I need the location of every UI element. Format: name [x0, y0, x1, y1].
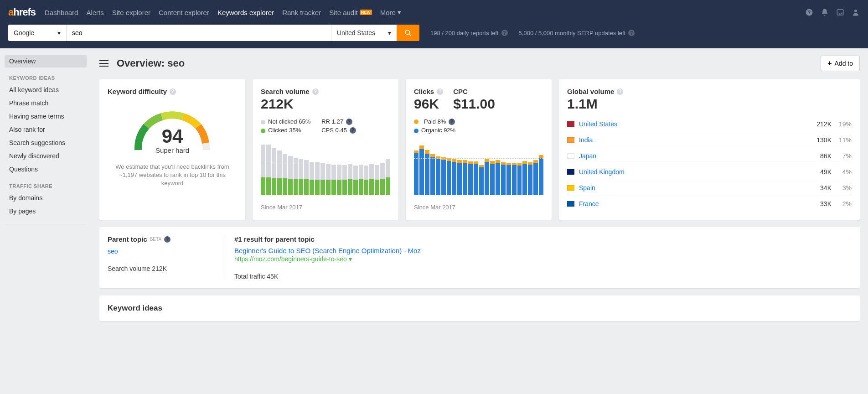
nav-more[interactable]: More ▾ — [380, 8, 401, 16]
flag-icon — [567, 153, 574, 159]
result-header: #1 result for parent topic — [234, 235, 852, 243]
sidebar-by-pages[interactable]: By pages — [5, 205, 87, 218]
sidebar-header-keyword-ideas: KEYWORD IDEAS — [5, 68, 87, 83]
card-keyword-difficulty: Keyword difficulty? 94 Super hard — [99, 79, 245, 220]
help-icon[interactable]: ? — [312, 88, 319, 95]
difficulty-gauge: 94 Super hard — [129, 104, 216, 155]
new-badge: NEW — [360, 10, 372, 15]
search-icon — [404, 29, 412, 36]
help-icon[interactable]: ? — [346, 119, 352, 125]
flag-icon — [567, 201, 574, 207]
parent-topic-link[interactable]: seo — [108, 248, 217, 255]
top-icons: ? — [805, 8, 860, 16]
gv-row[interactable]: United States212K19% — [567, 116, 852, 132]
clicks-since: Since Mar 2017 — [414, 204, 543, 211]
help-icon[interactable]: ? — [805, 8, 813, 16]
help-icon[interactable]: ? — [170, 88, 176, 95]
sv-since: Since Mar 2017 — [261, 204, 390, 211]
nav-dashboard[interactable]: Dashboard — [45, 8, 78, 16]
sidebar-having-same-terms[interactable]: Having same terms — [5, 110, 87, 123]
keyword-ideas-title: Keyword ideas — [108, 304, 852, 313]
flag-icon — [567, 169, 574, 175]
gv-country[interactable]: United States — [579, 120, 804, 128]
nav-rank-tracker[interactable]: Rank tracker — [282, 8, 321, 16]
gv-row[interactable]: United Kingdom49K4% — [567, 164, 852, 180]
gv-percent: 3% — [836, 184, 852, 192]
card-clicks: Clicks? 96K CPC $11.00 Paid 8%? Organic … — [406, 79, 552, 220]
logo[interactable]: ahrefs — [8, 6, 36, 18]
sidebar-search-suggestions[interactable]: Search suggestions — [5, 136, 87, 149]
help-icon[interactable]: ? — [437, 88, 443, 95]
result-url[interactable]: https://moz.com/beginners-guide-to-seo ▾ — [234, 255, 852, 263]
nav-alerts[interactable]: Alerts — [86, 8, 103, 16]
inbox-icon[interactable] — [836, 8, 844, 16]
kd-rating: Super hard — [129, 146, 216, 154]
search-engine-select[interactable]: Google▾ — [8, 25, 67, 41]
nav-site-explorer[interactable]: Site explorer — [112, 8, 150, 16]
flag-icon — [567, 185, 574, 191]
help-icon[interactable]: ? — [617, 88, 623, 95]
sidebar-phrase-match[interactable]: Phrase match — [5, 97, 87, 109]
chevron-down-icon: ▾ — [398, 8, 401, 16]
gv-percent: 19% — [836, 120, 852, 128]
help-icon[interactable]: ? — [628, 30, 635, 36]
gv-country[interactable]: United Kingdom — [579, 168, 804, 176]
menu-icon[interactable] — [99, 60, 108, 67]
search-button[interactable] — [397, 25, 419, 41]
gv-country[interactable]: France — [579, 200, 804, 207]
divider — [5, 224, 87, 224]
clicks-value: 96K — [414, 96, 443, 112]
card-global-volume: Global volume? 1.1M United States212K19%… — [559, 79, 860, 220]
beta-badge: BETA — [150, 237, 161, 242]
nav-site-audit[interactable]: Site audit NEW — [329, 8, 372, 16]
gv-row[interactable]: Japan86K7% — [567, 148, 852, 164]
clicks-chart — [414, 140, 543, 199]
gv-percent: 7% — [836, 152, 852, 160]
nav-keywords-explorer[interactable]: Keywords explorer — [217, 8, 274, 16]
sidebar-questions[interactable]: Questions — [5, 163, 87, 176]
total-traffic: Total traffic 45K — [234, 273, 852, 280]
gv-volume: 34K — [809, 184, 832, 192]
gv-country[interactable]: Japan — [579, 152, 804, 160]
dot-not-clicked — [261, 120, 265, 124]
dot-clicked — [261, 129, 265, 133]
svg-point-4 — [405, 30, 409, 34]
usage-stats: 198 / 200 daily reports left? 5,000 / 5,… — [430, 30, 635, 36]
svg-point-3 — [854, 10, 857, 12]
user-icon[interactable] — [852, 8, 860, 16]
sidebar-by-domains[interactable]: By domains — [5, 192, 87, 204]
kd-note: We estimate that you'll need backlinks f… — [108, 163, 237, 188]
content: Overview: seo +Add to Keyword difficulty… — [91, 48, 868, 336]
gv-row[interactable]: India130K11% — [567, 132, 852, 148]
sidebar-overview[interactable]: Overview — [5, 55, 87, 67]
gv-volume: 86K — [809, 152, 832, 160]
gv-row[interactable]: Spain34K3% — [567, 180, 852, 196]
cpc-value: $11.00 — [453, 96, 495, 112]
keyword-input[interactable] — [67, 25, 331, 41]
sidebar-also-rank-for[interactable]: Also rank for — [5, 123, 87, 136]
sidebar-all-keyword-ideas[interactable]: All keyword ideas — [5, 83, 87, 96]
sv-chart — [261, 140, 390, 199]
gv-country[interactable]: Spain — [579, 184, 804, 192]
chevron-down-icon: ▾ — [388, 29, 391, 36]
gv-value: 1.1M — [567, 96, 852, 112]
result-title-link[interactable]: Beginner's Guide to SEO (Search Engine O… — [234, 247, 852, 254]
help-icon[interactable]: ? — [350, 127, 356, 134]
gv-percent: 11% — [836, 136, 852, 144]
flag-icon — [567, 137, 574, 143]
page-title: Overview: seo — [117, 57, 821, 69]
gv-percent: 4% — [836, 168, 852, 176]
gv-country[interactable]: India — [579, 136, 804, 144]
country-select[interactable]: United States▾ — [331, 25, 397, 41]
sidebar-newly-discovered[interactable]: Newly discovered — [5, 150, 87, 162]
sidebar-header-traffic-share: TRAFFIC SHARE — [5, 176, 87, 192]
add-to-button[interactable]: +Add to — [821, 56, 860, 71]
nav-content-explorer[interactable]: Content explorer — [159, 8, 209, 16]
flag-icon — [567, 121, 574, 127]
help-icon[interactable]: ? — [449, 119, 455, 125]
bell-icon[interactable] — [821, 8, 829, 16]
help-icon[interactable]: ? — [164, 236, 170, 243]
gv-row[interactable]: France33K2% — [567, 196, 852, 212]
help-icon[interactable]: ? — [501, 30, 508, 36]
sv-value: 212K — [261, 96, 390, 112]
